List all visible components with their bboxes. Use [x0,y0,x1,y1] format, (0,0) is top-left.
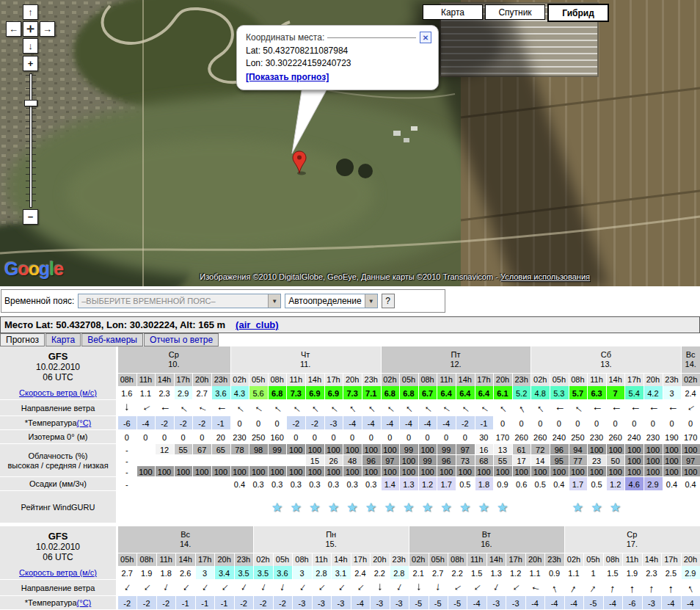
wind-arrow-icon: ↑ [233,402,245,413]
wind-arrow-icon: ↑ [159,405,170,411]
temperature-cell: -4 [351,596,370,610]
temperature-cell: -4 [467,596,486,610]
wind-direction-cell: ↑ [681,580,700,596]
timezone-select[interactable]: –ВЫБЕРИТЕ ВРЕМЕННОЙ ПОЯС– ▼ [78,294,281,308]
wind-direction-cell: ↑ [390,580,409,596]
rating-cell: ★ [286,491,305,523]
tab-карта[interactable]: Карта [45,333,81,346]
location-text: Место Lat: 50.432708, Lon: 30.302224, Al… [4,319,225,330]
day-name: Ср [169,350,179,360]
terms-link[interactable]: Условия использования [500,272,590,281]
arrow-right-icon: → [43,23,52,35]
zoom-slider-handle[interactable] [24,100,37,106]
wind-speed-cell: 7.3 [286,386,305,400]
precipitation-label: Осадки (мм/3ч) [0,477,117,491]
map-zoom-in-button[interactable]: + [23,56,38,71]
wind-direction-cell: ↑ [268,400,287,416]
wind-direction-cell: ↑ [273,580,292,596]
map-pan-up-button[interactable]: ↑ [23,4,38,20]
rating-cell [512,491,531,523]
map-pan-left-button[interactable]: ← [6,21,21,37]
cloud-high-cell: 100 [362,444,381,455]
precipitation-cell: 0.4 [550,477,569,491]
zoom-slider-track[interactable] [29,73,32,208]
cloud-mid-cell [249,455,268,466]
wind-arrow-icon: ↑ [180,582,191,594]
day-name: Сб [601,350,611,360]
temperature-cell: -6 [622,596,641,610]
temperature-unit-link[interactable]: (°C) [77,598,92,608]
precipitation-cell: 1.3 [399,477,418,491]
show-forecast-link[interactable]: [Показать прогноз] [246,72,329,82]
day-date: 16. [481,540,492,549]
hour-header: 11h [136,373,156,386]
map-zoom-out-button[interactable]: − [23,209,38,225]
wind-speed-link[interactable]: Скорость ветра (м/с) [19,388,97,398]
cloud-mid-cell: 50 [606,455,625,466]
temperature-cell: -3 [506,596,525,610]
temperature-cell: -2 [156,596,175,610]
help-button[interactable]: ? [382,294,395,308]
map-pan-right-button[interactable]: → [40,21,55,37]
wind-arrow-icon: ↑ [394,582,404,595]
cloud-high-cell: 99 [268,444,287,455]
rating-cell: ★ [456,491,475,523]
arrow-left-icon: ← [9,23,18,35]
timezone-auto-select[interactable]: Автоопределение ▼ [285,294,377,308]
wind-speed-row: Скорость ветра (м/с)2.71.91.82.633.43.53… [0,566,700,580]
wind-direction-cell: ↑ [467,580,486,596]
tab-отчеты-о-ветре[interactable]: Отчеты о ветре [144,333,219,346]
day-date: 12. [450,360,461,369]
wind-arrow-icon: ↑ [309,402,321,414]
star-icon: ★ [422,500,433,515]
temperature-cell: -4 [681,596,700,610]
hour-header: 23h [211,373,230,386]
temperature-cell: -4 [381,416,400,430]
wind-speed-cell: 3 [292,566,311,580]
spot-link[interactable]: (air_club) [236,319,279,330]
wind-arrow-icon: ↑ [296,582,307,595]
map-type-button-inactive[interactable]: Карта [423,4,483,20]
wind-speed-link[interactable]: Скорость ветра (м/с) [19,568,97,578]
wind-speed-cell: 6.4 [437,386,456,400]
map-type-button-active[interactable]: Гибрид [547,4,609,22]
cloud-mid-cell: 68 [475,455,494,466]
temperature-unit-link[interactable]: (°C) [77,418,92,428]
wind-direction-cell: ↑ [486,580,506,596]
cloud-high-cell: 67 [192,444,211,455]
cloud-mid-cell: - [117,455,136,466]
wind-direction-cell: ↑ [174,400,193,416]
isotherm-cell: 0 [192,430,211,444]
hour-header: 14h [486,553,506,566]
map-canvas[interactable]: ↑ ← ✛ → ↓ + − КартаСпутникГибрид ✕ Коорд… [0,0,700,286]
map-type-button-inactive[interactable]: Спутник [485,4,545,20]
hour-header: 14h [642,553,661,566]
wind-direction-cell: ↑ [409,580,428,596]
map-center-button[interactable]: ✛ [23,21,38,37]
hour-header: 02h [381,373,400,386]
tab-прогноз[interactable]: Прогноз [0,333,45,346]
wind-speed-cell: 6.4 [456,386,475,400]
wind-arrow-icon: ↑ [685,582,695,595]
star-icon: ★ [365,500,376,515]
isotherm-cell: 260 [606,430,625,444]
cloud-high-cell: 16 [475,444,494,455]
wind-direction-cell: ↑ [525,580,544,596]
wind-direction-cell: ↑ [681,400,700,416]
temperature-cell: 0 [531,416,550,430]
close-icon[interactable]: ✕ [420,32,431,43]
wind-speed-cell: 1.5 [467,566,486,580]
wind-arrow-icon: ↑ [377,583,383,594]
tab-веб-камеры[interactable]: Веб-камеры [81,333,143,346]
cloud-mid-cell: 14 [531,455,550,466]
hour-header: 23h [362,373,381,386]
map-pan-down-button[interactable]: ↓ [23,38,38,54]
wind-speed-cell: 2.8 [390,566,409,580]
hour-header: 02h [531,373,550,386]
cloud-low-cell: 100 [268,466,287,477]
wind-arrow-icon: ↑ [290,402,302,413]
map-attribution: Изображения ©2010 DigitalGlobe, GeoEye, … [200,272,590,281]
wind-direction-cell: ↑ [324,400,343,416]
cloud-low-cell: 100 [418,466,437,477]
hour-header: 05h [273,553,292,566]
